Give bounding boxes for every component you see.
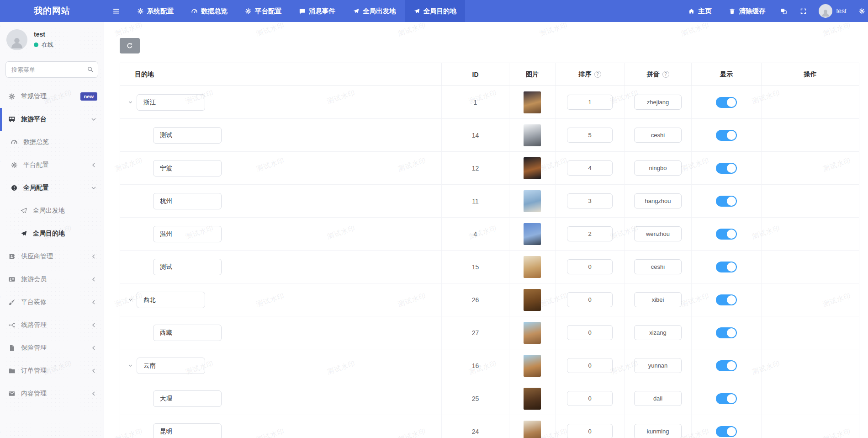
- sidebar-item-平台装修[interactable]: 平台装修: [0, 291, 104, 314]
- navbar-tab-系统配置[interactable]: 系统配置: [128, 0, 182, 22]
- destination-name-input[interactable]: [153, 325, 222, 341]
- menu-icon: [112, 7, 120, 15]
- row-id: 11: [442, 185, 509, 218]
- visibility-toggle[interactable]: [716, 229, 737, 240]
- sidebar-item-内容管理[interactable]: 内容管理: [0, 382, 104, 405]
- navbar-tab-全局出发地[interactable]: 全局出发地: [344, 0, 405, 22]
- destination-thumbnail[interactable]: [524, 289, 541, 311]
- pinyin-input[interactable]: [634, 325, 682, 340]
- visibility-toggle[interactable]: [716, 294, 737, 305]
- settings-button[interactable]: [852, 0, 868, 22]
- sort-input[interactable]: [567, 292, 613, 307]
- destination-thumbnail[interactable]: [524, 388, 541, 410]
- destination-thumbnail[interactable]: [524, 355, 541, 377]
- pinyin-input[interactable]: [634, 128, 682, 143]
- search-input[interactable]: [5, 61, 98, 78]
- visibility-toggle[interactable]: [716, 262, 737, 272]
- sidebar-item-供应商管理[interactable]: 供应商管理: [0, 245, 104, 268]
- visibility-toggle[interactable]: [716, 130, 737, 141]
- sort-input[interactable]: [567, 160, 613, 176]
- table-row-ningbo: 12: [120, 152, 859, 185]
- pinyin-input[interactable]: [634, 391, 682, 406]
- visibility-toggle[interactable]: [716, 426, 737, 437]
- help-question-icon[interactable]: ?: [594, 71, 601, 78]
- navbar-tab-全局目的地[interactable]: 全局目的地: [405, 0, 466, 22]
- pinyin-input[interactable]: [634, 292, 682, 307]
- destination-name-input[interactable]: [153, 226, 222, 242]
- language-button[interactable]: [774, 0, 794, 22]
- sidebar-item-全局配置[interactable]: 全局配置: [0, 176, 104, 199]
- sidebar-item-平台配置[interactable]: 平台配置: [0, 154, 104, 176]
- expand-toggle chevron-down-icon[interactable]: [127, 297, 134, 303]
- pinyin-input[interactable]: [634, 95, 682, 110]
- destination-name-input[interactable]: [153, 193, 222, 209]
- pinyin-input[interactable]: [634, 226, 682, 241]
- sort-input[interactable]: [567, 424, 613, 438]
- pinyin-input[interactable]: [634, 259, 682, 274]
- destination-thumbnail[interactable]: [524, 157, 541, 179]
- visibility-toggle[interactable]: [716, 327, 737, 338]
- pinyin-input[interactable]: [634, 160, 682, 176]
- home-button[interactable]: 主页: [679, 0, 720, 22]
- user-menu[interactable]: test: [813, 0, 852, 22]
- sidebar-item-全局目的地[interactable]: 全局目的地: [0, 222, 104, 245]
- actions-cell: [762, 86, 859, 119]
- column-header-操作: 操作: [762, 63, 859, 86]
- destination-name-input[interactable]: [153, 390, 222, 407]
- destination-name-input[interactable]: [137, 292, 205, 308]
- address-book-icon: [8, 253, 16, 260]
- row-id: 26: [442, 283, 509, 316]
- menu-search: [5, 61, 98, 78]
- destination-thumbnail[interactable]: [524, 223, 541, 245]
- destination-thumbnail[interactable]: [524, 91, 541, 113]
- sort-input[interactable]: [567, 95, 613, 110]
- sidebar-item-线路管理[interactable]: 线路管理: [0, 314, 104, 337]
- expand-toggle chevron-down-icon[interactable]: [127, 363, 134, 369]
- destination-thumbnail[interactable]: [524, 190, 541, 212]
- destination-thumbnail[interactable]: [524, 124, 541, 146]
- sidebar-item-保险管理[interactable]: 保险管理: [0, 337, 104, 359]
- destination-thumbnail[interactable]: [524, 421, 541, 438]
- sidebar-item-数据总览[interactable]: 数据总览: [0, 131, 104, 154]
- destination-name-input[interactable]: [137, 94, 205, 111]
- help-question-icon[interactable]: ?: [662, 71, 669, 78]
- destination-thumbnail[interactable]: [524, 322, 541, 344]
- visibility-toggle[interactable]: [716, 393, 737, 404]
- sort-input[interactable]: [567, 128, 613, 143]
- sidebar-item-旅游平台[interactable]: 旅游平台: [0, 108, 104, 131]
- table-row-dali: 25: [120, 382, 859, 415]
- sort-input[interactable]: [567, 259, 613, 274]
- destination-thumbnail[interactable]: [524, 256, 541, 278]
- refresh-button[interactable]: [120, 38, 140, 53]
- visibility-toggle[interactable]: [716, 163, 737, 174]
- visibility-toggle[interactable]: [716, 97, 737, 108]
- visibility-toggle[interactable]: [716, 196, 737, 207]
- pinyin-input[interactable]: [634, 424, 682, 438]
- pinyin-input[interactable]: [634, 193, 682, 208]
- expand-toggle chevron-down-icon[interactable]: [127, 99, 134, 105]
- sidebar-item-旅游会员[interactable]: 旅游会员: [0, 268, 104, 291]
- navbar-tab-消息事件[interactable]: 消息事件: [290, 0, 344, 22]
- sort-input[interactable]: [567, 358, 613, 373]
- sidebar-item-订单管理[interactable]: 订单管理: [0, 359, 104, 382]
- sidebar-collapse-button[interactable]: [104, 0, 128, 22]
- destination-name-input[interactable]: [137, 358, 205, 374]
- sort-input[interactable]: [567, 391, 613, 406]
- destination-name-input[interactable]: [153, 160, 222, 176]
- navbar-tab-数据总览[interactable]: 数据总览: [182, 0, 236, 22]
- destinations-table: 目的地ID图片排序?拼音?显示操作 1 14 12: [120, 63, 859, 438]
- destination-name-input[interactable]: [153, 259, 222, 275]
- pinyin-input[interactable]: [634, 358, 682, 373]
- sort-input[interactable]: [567, 226, 613, 241]
- destination-name-input[interactable]: [153, 127, 222, 144]
- sidebar-item-全局出发地[interactable]: 全局出发地: [0, 199, 104, 222]
- visibility-toggle[interactable]: [716, 360, 737, 371]
- destination-name-input[interactable]: [153, 423, 222, 438]
- clear-cache-button[interactable]: 清除缓存: [720, 0, 774, 22]
- sidebar-item-常规管理[interactable]: 常规管理 new: [0, 85, 104, 108]
- sort-input[interactable]: [567, 193, 613, 208]
- fullscreen-button[interactable]: [794, 0, 813, 22]
- gauge-icon: [11, 139, 18, 146]
- sort-input[interactable]: [567, 325, 613, 340]
- navbar-tab-平台配置[interactable]: 平台配置: [236, 0, 290, 22]
